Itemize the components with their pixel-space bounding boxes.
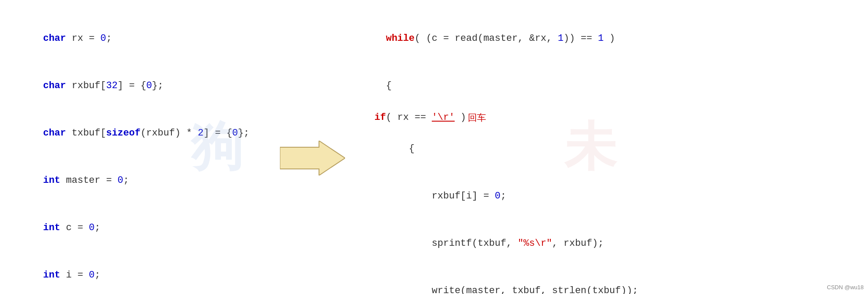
kw-if: if: [375, 110, 386, 126]
code-line-2: char rxbuf[32] = {0};: [9, 63, 278, 110]
arrow-container: [278, 13, 347, 285]
kw-char-3: char: [43, 128, 66, 139]
svg-marker-0: [280, 141, 345, 175]
code-line-3: char txbuf[sizeof(rxbuf) * 2] = {0};: [9, 110, 278, 157]
right-line-3: if( rx == '\r' )回车: [352, 110, 859, 126]
right-arrow-svg: [280, 141, 345, 175]
code-line-5: int c = 0;: [9, 205, 278, 252]
text-1: rx =: [66, 33, 100, 44]
num-0-1: 0: [100, 33, 106, 44]
right-line-1: while( (c = read(master, &rx, 1)) == 1 ): [352, 15, 859, 63]
code-line-6: int i = 0;: [9, 251, 278, 294]
right-line-2: {: [352, 63, 859, 110]
right-line-6: sprintf(txbuf, "%s\r", rxbuf);: [352, 220, 859, 268]
kw-while: while: [386, 33, 414, 44]
kw-char-1: char: [43, 33, 66, 44]
right-line-4: {: [352, 126, 859, 173]
main-container: 狗 未 char rx = 0; char rxbuf[32] = {0}; c…: [0, 0, 868, 294]
code-line-4: int master = 0;: [9, 157, 278, 205]
char-r: '\r': [432, 110, 455, 126]
left-code-panel: char rx = 0; char rxbuf[32] = {0}; char …: [9, 13, 278, 285]
right-line-7: write(master, txbuf, strlen(txbuf));: [352, 268, 859, 294]
kw-sizeof: sizeof: [106, 128, 140, 139]
right-code-panel: while( (c = read(master, &rx, 1)) == 1 )…: [347, 13, 859, 285]
kw-int-i: int: [43, 270, 60, 281]
annotation-carriage-return: 回车: [468, 110, 486, 126]
code-line-1: char rx = 0;: [9, 15, 278, 63]
csdn-label: CSDN @wu18: [827, 284, 864, 291]
kw-int-c: int: [43, 222, 60, 233]
right-line-5: rxbuf[i] = 0;: [352, 173, 859, 220]
kw-char-2: char: [43, 80, 66, 91]
kw-int-master: int: [43, 175, 60, 186]
